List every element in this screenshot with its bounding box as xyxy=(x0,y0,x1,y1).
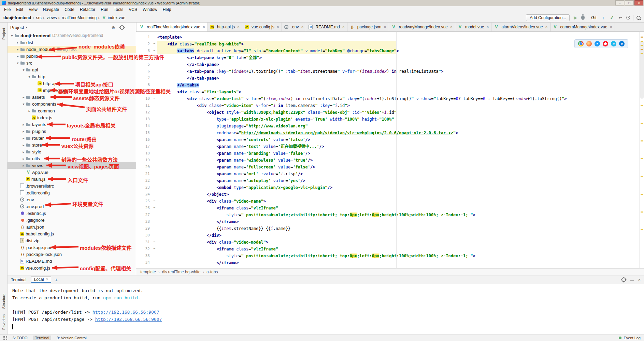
tool-strip-favorites[interactable]: Favorites xyxy=(2,314,6,330)
minimize-panel-icon[interactable] xyxy=(630,277,634,282)
tab-close-icon[interactable]: × xyxy=(342,25,345,29)
fold-marker-icon[interactable]: − xyxy=(151,239,157,246)
editor-tab[interactable]: vue.config.js× xyxy=(242,23,282,31)
add-configuration-button[interactable]: Add Configuration... xyxy=(526,14,570,21)
project-panel-header[interactable]: Project ▾ xyxy=(8,23,136,32)
line-number[interactable]: 29 xyxy=(136,225,151,232)
menu-view[interactable]: View xyxy=(26,6,40,13)
tree-chevron-icon[interactable]: ▸ xyxy=(21,150,26,154)
tree-item-index.js[interactable]: index.js xyxy=(8,114,136,121)
line-number[interactable]: 28 xyxy=(136,218,151,225)
line-number[interactable]: 10 xyxy=(136,95,151,102)
line-number[interactable]: 21 xyxy=(136,170,151,177)
tree-chevron-icon[interactable]: ▸ xyxy=(21,157,26,161)
locate-file-icon[interactable] xyxy=(111,25,116,30)
breadcrumb-item[interactable]: duoji-frontend xyxy=(3,15,31,20)
maximize-button[interactable] xyxy=(625,0,634,5)
editor-tab[interactable]: package.json× xyxy=(347,23,389,31)
tab-close-icon[interactable]: × xyxy=(450,25,453,29)
fold-marker-icon[interactable]: − xyxy=(151,41,157,47)
tree-item-public[interactable]: ▸public xyxy=(8,53,136,59)
gear-icon[interactable] xyxy=(621,277,626,282)
tree-item-vue.config.js[interactable]: vue.config.js xyxy=(8,264,136,271)
editor-tab[interactable]: .env× xyxy=(282,23,306,31)
tree-item-style[interactable]: ▸style xyxy=(8,148,136,155)
menu-refactor[interactable]: Refactor xyxy=(77,6,98,13)
editor-breadcrumb-item[interactable]: template xyxy=(140,270,156,274)
tree-item-store[interactable]: ▸store xyxy=(8,141,136,148)
fold-marker-icon[interactable]: − xyxy=(151,246,157,253)
line-number[interactable]: 19 xyxy=(136,157,151,164)
tree-chevron-icon[interactable]: ▾ xyxy=(10,34,14,38)
tree-item-assets[interactable]: ▸assets xyxy=(8,94,136,100)
close-panel-icon[interactable] xyxy=(638,277,641,282)
editor-tab[interactable]: cameraManage\index.vue× xyxy=(550,23,615,31)
line-number[interactable]: 30 xyxy=(136,232,151,239)
tree-item-package.json[interactable]: package.json xyxy=(8,244,136,251)
tree-chevron-icon[interactable]: ▸ xyxy=(27,109,32,113)
tree-chevron-icon[interactable]: ▸ xyxy=(21,143,26,147)
line-number[interactable]: 31 xyxy=(136,239,151,246)
line-number[interactable]: 8 xyxy=(136,82,151,88)
menu-window[interactable]: Window xyxy=(140,6,160,13)
tree-item-auth.json[interactable]: auth.json xyxy=(8,223,136,230)
terminal-link[interactable]: http://192.168.66.56:9007 xyxy=(92,310,159,315)
statusbar-item-9-version-control[interactable]: 9: Version Control xyxy=(57,336,86,340)
tree-item-http-api.js[interactable]: http-api.js xyxy=(8,80,136,87)
line-number[interactable]: 20 xyxy=(136,164,151,170)
tab-close-icon[interactable]: × xyxy=(545,25,548,29)
edge-browser-icon[interactable] xyxy=(619,41,625,46)
opera-browser-icon[interactable] xyxy=(603,41,608,46)
menu-edit[interactable]: Edit xyxy=(13,6,26,13)
tree-item-node_modules[interactable]: ▸node_moduleslibrary root xyxy=(8,46,136,53)
line-number[interactable]: 23 xyxy=(136,184,151,191)
line-number[interactable]: 17 xyxy=(136,143,151,150)
event-log-label[interactable]: Event Log xyxy=(624,336,641,340)
line-number[interactable]: 4 xyxy=(136,54,151,61)
tree-chevron-icon[interactable]: ▸ xyxy=(21,164,26,167)
menu-run[interactable]: Run xyxy=(98,6,111,13)
minimize-button[interactable] xyxy=(615,0,624,5)
safari-browser-icon[interactable] xyxy=(595,41,600,46)
tab-close-icon[interactable]: × xyxy=(384,25,386,29)
tree-item-router[interactable]: ▸router xyxy=(8,135,136,141)
line-number[interactable]: 7 xyxy=(136,75,151,82)
fold-marker-icon[interactable]: − xyxy=(151,102,157,109)
run-icon[interactable] xyxy=(573,15,578,21)
line-number[interactable]: 2 xyxy=(136,41,151,47)
close-button[interactable] xyxy=(634,0,643,5)
menu-tools[interactable]: Tools xyxy=(111,6,126,13)
history-clock-icon[interactable] xyxy=(626,16,630,19)
tree-item-.env.prod[interactable]: .env.prod xyxy=(8,203,136,210)
line-number[interactable]: 5 xyxy=(136,61,151,68)
line-number[interactable]: 22 xyxy=(136,177,151,184)
tree-chevron-icon[interactable]: ▾ xyxy=(21,102,26,106)
tree-item-babel.config.js[interactable]: babel.config.js xyxy=(8,230,136,237)
tree-item-duoji-frontend[interactable]: ▾duoji-frontendD:\zheheWeb\duoji-fronten… xyxy=(8,32,136,39)
new-terminal-button[interactable]: + xyxy=(55,277,58,283)
menu-help[interactable]: Help xyxy=(160,6,174,13)
line-number[interactable]: 14 xyxy=(136,123,151,129)
terminal-tab-local[interactable]: Local xyxy=(31,276,52,283)
line-number[interactable]: 9 xyxy=(136,88,151,95)
tree-chevron-icon[interactable]: ▸ xyxy=(21,129,26,133)
tree-chevron-icon[interactable]: ▾ xyxy=(27,75,32,79)
firefox-browser-icon[interactable] xyxy=(586,41,592,46)
git-revert-icon[interactable] xyxy=(618,15,623,21)
editor-tab[interactable]: README.md× xyxy=(306,23,347,31)
line-number[interactable]: 24 xyxy=(136,191,151,198)
fold-marker-icon[interactable]: − xyxy=(151,205,157,212)
tree-item-main.js[interactable]: main.js xyxy=(8,176,136,182)
tree-item-layouts[interactable]: ▸layouts xyxy=(8,121,136,128)
line-number[interactable]: 11 xyxy=(136,102,151,109)
tree-chevron-icon[interactable]: ▸ xyxy=(15,54,20,58)
tree-item-common[interactable]: ▸common xyxy=(8,107,136,114)
tree-chevron-icon[interactable]: ▸ xyxy=(21,136,26,140)
tree-item-utils[interactable]: ▸utils xyxy=(8,155,136,162)
tree-item-.eslintrc.js[interactable]: .eslintrc.js xyxy=(8,210,136,217)
terminal-link[interactable]: http://192.168.66.56:9007 xyxy=(95,317,162,322)
tree-chevron-icon[interactable]: ▾ xyxy=(21,68,26,72)
line-number[interactable]: 3 xyxy=(136,47,151,54)
line-number[interactable]: 13 xyxy=(136,116,151,123)
fold-marker-icon[interactable]: − xyxy=(151,95,157,102)
